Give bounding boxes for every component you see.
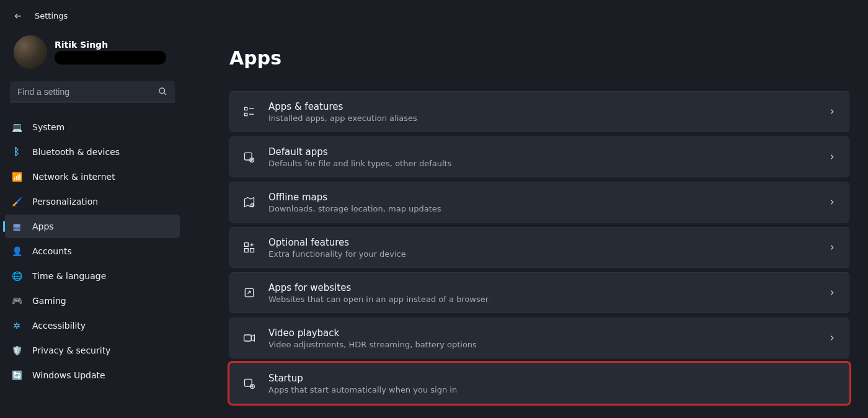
panel-list: Apps & features Installed apps, app exec… [229, 91, 849, 404]
search-input[interactable] [17, 87, 158, 97]
chevron-right-icon [828, 198, 836, 207]
chevron-right-icon [828, 288, 836, 297]
sidebar: Settings Ritik Singh 💻 System ᛒ Bluetoot… [0, 0, 186, 418]
sidebar-item-system[interactable]: 💻 System [5, 115, 180, 139]
sidebar-item-label: Time & language [32, 271, 106, 281]
panel-default-apps[interactable]: Default apps Defaults for file and link … [229, 136, 849, 177]
panel-text: Offline maps Downloads, storage location… [268, 192, 828, 213]
panel-desc: Installed apps, app execution aliases [268, 113, 828, 123]
sidebar-item-network[interactable]: 📶 Network & internet [5, 165, 180, 189]
svg-rect-13 [245, 249, 249, 252]
svg-marker-9 [245, 198, 254, 207]
video-playback-icon [242, 331, 256, 345]
panel-text: Apps for websites Websites that can open… [268, 282, 828, 304]
optional-features-icon [242, 241, 256, 254]
panel-text: Startup Apps that start automatically wh… [268, 373, 836, 394]
sidebar-item-label: Bluetooth & devices [32, 147, 120, 157]
svg-rect-11 [245, 243, 249, 247]
apps-features-icon [242, 105, 256, 118]
svg-line-2 [164, 92, 166, 95]
search-box[interactable] [10, 81, 175, 102]
panel-desc: Extra functionality for your device [268, 249, 828, 259]
sidebar-item-label: Windows Update [32, 370, 105, 380]
default-apps-icon [242, 150, 256, 164]
sidebar-item-personalization[interactable]: 🖌️ Personalization [5, 190, 180, 213]
svg-rect-12 [250, 249, 254, 252]
profile-info: Ritik Singh [55, 40, 166, 64]
sidebar-item-apps[interactable]: ▦ Apps [5, 215, 180, 238]
panel-offline-maps[interactable]: Offline maps Downloads, storage location… [229, 182, 849, 223]
sidebar-item-label: Accessibility [32, 321, 86, 331]
panel-desc: Defaults for file and link types, other … [268, 159, 828, 168]
panel-title: Apps for websites [268, 282, 828, 293]
panel-apps-for-websites[interactable]: Apps for websites Websites that can open… [229, 272, 849, 313]
windows-update-icon: 🔄 [11, 370, 22, 381]
apps-icon: ▦ [11, 221, 22, 232]
svg-point-1 [159, 88, 165, 94]
panel-startup[interactable]: Startup Apps that start automatically wh… [229, 363, 849, 404]
panel-text: Optional features Extra functionality fo… [268, 237, 828, 259]
chevron-right-icon [828, 107, 836, 116]
apps-for-websites-icon [242, 286, 256, 300]
startup-icon [242, 376, 256, 390]
sidebar-item-accounts[interactable]: 👤 Accounts [5, 239, 180, 263]
panel-desc: Downloads, storage location, map updates [268, 204, 828, 213]
panel-title: Video playback [268, 327, 828, 339]
accounts-icon: 👤 [11, 246, 22, 257]
network-icon: 📶 [11, 171, 22, 182]
nav: 💻 System ᛒ Bluetooth & devices 📶 Network… [5, 115, 180, 388]
back-icon[interactable] [14, 12, 22, 20]
gaming-icon: 🎮 [11, 295, 22, 306]
panel-desc: Apps that start automatically when you s… [268, 385, 836, 394]
system-icon: 💻 [11, 122, 22, 133]
sidebar-item-time-language[interactable]: 🌐 Time & language [5, 264, 180, 288]
personalization-icon: 🖌️ [11, 196, 22, 207]
svg-rect-4 [245, 113, 247, 116]
sidebar-item-label: Gaming [32, 296, 66, 306]
profile-name: Ritik Singh [55, 40, 166, 50]
panel-text: Apps & features Installed apps, app exec… [268, 101, 828, 123]
panel-title: Offline maps [268, 192, 828, 203]
sidebar-item-label: Apps [32, 221, 54, 231]
privacy-icon: 🛡️ [11, 345, 22, 356]
search-icon [158, 87, 167, 96]
sidebar-item-gaming[interactable]: 🎮 Gaming [5, 289, 180, 313]
time-language-icon: 🌐 [11, 270, 22, 282]
page-title: Apps [229, 47, 849, 69]
panel-text: Video playback Video adjustments, HDR st… [268, 327, 828, 349]
svg-marker-18 [251, 335, 254, 341]
sidebar-item-label: Network & internet [32, 172, 115, 182]
profile-block[interactable]: Ritik Singh [5, 35, 180, 69]
sidebar-item-label: Privacy & security [32, 345, 110, 355]
panel-video-playback[interactable]: Video playback Video adjustments, HDR st… [229, 318, 849, 358]
svg-rect-3 [245, 107, 247, 110]
chevron-right-icon [828, 334, 836, 342]
sidebar-item-label: System [32, 122, 64, 132]
svg-rect-17 [244, 335, 252, 341]
panel-title: Startup [268, 373, 836, 384]
sidebar-item-privacy[interactable]: 🛡️ Privacy & security [5, 339, 180, 362]
panel-title: Optional features [268, 237, 828, 248]
main-content: Apps Apps & features Installed apps, app… [186, 0, 868, 418]
titlebar: Settings [5, 11, 180, 20]
panel-apps-features[interactable]: Apps & features Installed apps, app exec… [229, 91, 849, 132]
panel-optional-features[interactable]: Optional features Extra functionality fo… [229, 227, 849, 268]
app-title: Settings [35, 11, 68, 20]
avatar [14, 35, 47, 69]
panel-desc: Websites that can open in an app instead… [268, 295, 828, 304]
chevron-right-icon [828, 243, 836, 252]
svg-rect-7 [245, 153, 252, 160]
accessibility-icon: ✲ [11, 320, 22, 331]
panel-title: Default apps [268, 146, 828, 158]
profile-email-redacted [55, 51, 166, 64]
chevron-right-icon [828, 153, 836, 161]
sidebar-item-label: Accounts [32, 246, 72, 256]
offline-maps-icon [242, 195, 256, 209]
sidebar-item-label: Personalization [32, 197, 98, 207]
sidebar-item-accessibility[interactable]: ✲ Accessibility [5, 314, 180, 337]
sidebar-item-bluetooth[interactable]: ᛒ Bluetooth & devices [5, 140, 180, 164]
sidebar-item-windows-update[interactable]: 🔄 Windows Update [5, 363, 180, 387]
panel-desc: Video adjustments, HDR streaming, batter… [268, 340, 828, 349]
panel-text: Default apps Defaults for file and link … [268, 146, 828, 168]
panel-title: Apps & features [268, 101, 828, 112]
